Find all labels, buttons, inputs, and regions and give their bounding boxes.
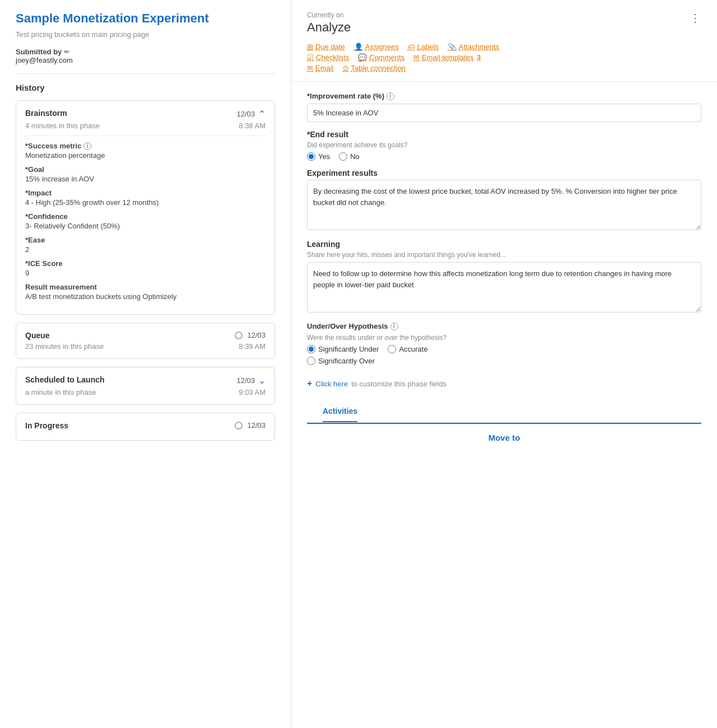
- action-assignees[interactable]: 👤 Assignees: [354, 43, 399, 51]
- end-result-heading: *End result: [307, 130, 701, 139]
- chevron-down-icon[interactable]: ⌄: [258, 375, 266, 386]
- end-result-no[interactable]: No: [339, 152, 360, 161]
- action-due-date[interactable]: ⊞ Due date: [307, 43, 345, 51]
- under-over-row-1: Significantly Under Accurate: [307, 345, 701, 353]
- customize-link[interactable]: Click here: [315, 380, 348, 388]
- scheduled-header: Scheduled to Launch 12/03 ⌄: [25, 375, 266, 386]
- brainstorm-date: 12/03 ⌃: [236, 109, 266, 119]
- actions-row-1: ⊞ Due date 👤 Assignees 🏷 Labels 📎 Attach…: [307, 43, 701, 51]
- left-panel: Sample Monetization Experiment Test pric…: [0, 0, 291, 728]
- inprogress-date: 12/03: [235, 421, 266, 430]
- comment-icon: 💬: [358, 53, 367, 62]
- brainstorm-title: Brainstorm: [25, 109, 67, 118]
- right-panel: Currently on Analyze ⋮ ⊞ Due date 👤 Assi…: [291, 0, 717, 728]
- clip-icon: 📎: [448, 43, 457, 51]
- circle-icon-inprogress: [235, 422, 243, 430]
- table-icon: ⊙: [343, 64, 349, 72]
- queue-meta: 23 minutes in this phase: [25, 342, 104, 351]
- more-options-icon[interactable]: ⋮: [690, 11, 701, 25]
- significantly-over-option[interactable]: Significantly Over: [307, 357, 375, 365]
- result-measurement-value: A/B test monetization buckets using Opti…: [25, 292, 266, 301]
- field-confidence: *Confidence 3- Relatively Confident (50%…: [25, 212, 266, 230]
- end-result-subtext: Did experiment achieve its goals?: [307, 141, 701, 149]
- history-card-inprogress: In Progress 12/03: [16, 413, 275, 441]
- improvement-info-icon: i: [387, 92, 394, 100]
- action-checklists[interactable]: ☑ Checklists: [307, 53, 349, 62]
- scheduled-date: 12/03 ⌄: [236, 375, 266, 386]
- right-header: Currently on Analyze ⋮ ⊞ Due date 👤 Assi…: [291, 0, 717, 82]
- accurate-option[interactable]: Accurate: [388, 345, 427, 353]
- success-metric-value: Monetization percentage: [25, 151, 266, 160]
- person-icon: 👤: [354, 43, 363, 51]
- significantly-under-option[interactable]: Significantly Under: [307, 345, 379, 353]
- email-template-badge: 3: [477, 54, 481, 62]
- improvement-rate-label: *Improvement rate (%) i: [307, 92, 701, 100]
- currently-on-label: Currently on: [307, 11, 351, 19]
- field-ice-score: *ICE Score 9: [25, 259, 266, 277]
- circle-icon: [235, 332, 243, 339]
- goal-value: 15% increase in AOV: [25, 175, 266, 183]
- action-attachments[interactable]: 📎 Attachments: [448, 43, 499, 51]
- brainstorm-meta: 4 minutes in this phase: [25, 122, 100, 130]
- right-content: *Improvement rate (%) i *End result Did …: [291, 82, 717, 463]
- activities-tab-row: Activities: [307, 401, 701, 423]
- phase-title: Analyze: [307, 20, 351, 35]
- right-header-wrapper: Currently on Analyze ⋮ ⊞ Due date 👤 Assi…: [291, 0, 717, 82]
- end-result-radio-row: Yes No: [307, 152, 701, 161]
- experiment-results-textarea[interactable]: By decreasing the cost of the lowest pri…: [307, 180, 701, 230]
- field-success-metric: *Success metric i Monetization percentag…: [25, 142, 266, 160]
- edit-icon[interactable]: ✏: [64, 48, 69, 56]
- action-email[interactable]: ✉ Email: [307, 64, 334, 72]
- card-divider: [25, 136, 266, 136]
- field-result-measurement: Result measurement A/B test monetization…: [25, 283, 266, 301]
- brainstorm-fields: *Success metric i Monetization percentag…: [25, 142, 266, 301]
- move-to-bar: Move to: [307, 423, 701, 451]
- learning-subtext: Share here your hits, misses and importa…: [307, 251, 701, 259]
- plus-icon: +: [307, 379, 312, 389]
- move-to-button[interactable]: Move to: [488, 433, 520, 442]
- submitted-by-label: Submitted by ✏: [16, 48, 275, 56]
- calendar-icon: ⊞: [307, 43, 313, 51]
- actions-row-3: ✉ Email ⊙ Table connection: [307, 64, 701, 72]
- scheduled-time: 9:03 AM: [239, 388, 266, 396]
- email-icon: ✉: [307, 64, 313, 72]
- queue-date: 12/03: [235, 331, 266, 339]
- ease-value: 2: [25, 245, 266, 254]
- queue-header: Queue 12/03: [25, 331, 266, 340]
- checklist-icon: ☑: [307, 53, 314, 62]
- experiment-results-heading: Experiment results: [307, 169, 701, 178]
- scheduled-meta: a minute in this phase: [25, 388, 96, 396]
- field-ease: *Ease 2: [25, 236, 266, 254]
- chevron-up-icon[interactable]: ⌃: [258, 109, 266, 119]
- info-icon: i: [83, 142, 91, 150]
- brainstorm-time: 8:38 AM: [239, 122, 266, 130]
- page-title: Sample Monetization Experiment: [16, 11, 275, 26]
- history-section-title: History: [16, 83, 275, 92]
- history-card-scheduled: Scheduled to Launch 12/03 ⌄ a minute in …: [16, 367, 275, 405]
- impact-value: 4 - High (25-35% growth over 12 months): [25, 198, 266, 207]
- end-result-yes[interactable]: Yes: [307, 152, 330, 161]
- under-over-subtext: Were the results under or over the hypot…: [307, 334, 701, 342]
- inprogress-title: In Progress: [25, 421, 68, 430]
- actions-row-2: ☑ Checklists 💬 Comments ✉ Email template…: [307, 53, 701, 62]
- email-template-icon: ✉: [413, 53, 420, 62]
- history-card-queue: Queue 12/03 23 minutes in this phase 8:3…: [16, 323, 275, 359]
- learning-heading: Learning: [307, 240, 701, 249]
- under-over-info-icon: i: [390, 323, 398, 330]
- confidence-value: 3- Relatively Confident (50%): [25, 222, 266, 230]
- learning-textarea[interactable]: Need to follow up to determine how this …: [307, 262, 701, 312]
- ice-score-value: 9: [25, 269, 266, 277]
- customize-link-row: + Click here to customize this phase fie…: [307, 373, 701, 396]
- action-comments[interactable]: 💬 Comments: [358, 53, 404, 62]
- action-labels[interactable]: 🏷 Labels: [408, 43, 439, 51]
- improvement-rate-input[interactable]: [307, 104, 701, 122]
- action-table-connection[interactable]: ⊙ Table connection: [343, 64, 406, 72]
- brainstorm-header: Brainstorm 12/03 ⌃: [25, 109, 266, 119]
- tab-activities[interactable]: Activities: [323, 401, 357, 422]
- history-card-brainstorm: Brainstorm 12/03 ⌃ 4 minutes in this pha…: [16, 100, 275, 315]
- customize-text: to customize this phase fields: [351, 380, 446, 388]
- subtitle: Test pricing buckets on main pricing pag…: [16, 30, 275, 39]
- under-over-radio-rows: Significantly Under Accurate Significant…: [307, 345, 701, 365]
- label-icon: 🏷: [408, 43, 415, 51]
- action-email-templates[interactable]: ✉ Email templates 3: [413, 53, 481, 62]
